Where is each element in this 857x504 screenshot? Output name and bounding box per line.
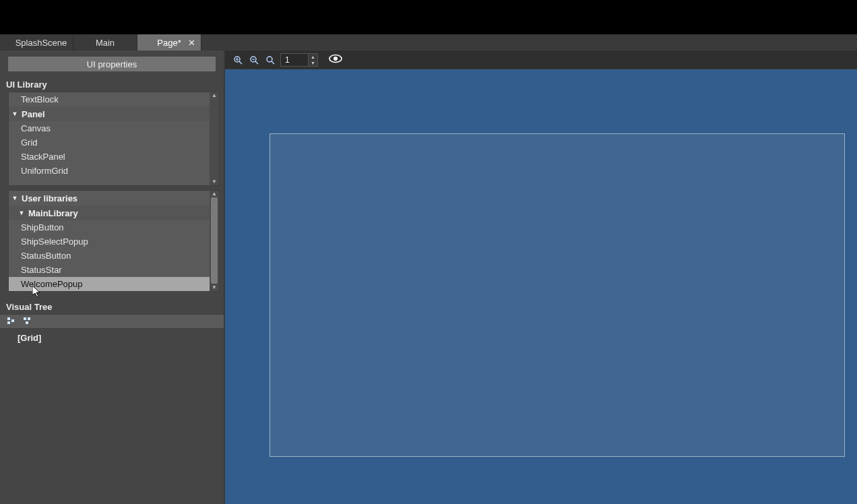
scroll-up-icon[interactable]: ▲ [210,191,219,197]
artboard-grid[interactable] [269,133,845,457]
zoom-in-icon[interactable] [232,54,244,66]
list-item[interactable]: TextBlock [9,92,210,106]
window-chrome-spacer [0,0,857,34]
group-main-library[interactable]: ▼ MainLibrary [9,206,210,220]
scroll-down-icon[interactable]: ▼ [210,284,219,291]
zoom-value[interactable]: 1 [281,54,308,66]
ui-properties-button[interactable]: UI properties [8,57,216,71]
chevron-down-icon: ▼ [11,195,18,201]
ui-properties-label: UI properties [87,59,137,69]
list-item[interactable]: ShipButton [9,220,210,234]
tree-collapse-icon[interactable] [7,317,15,326]
svg-rect-2 [11,319,14,322]
svg-line-11 [255,61,258,64]
tree-expand-icon[interactable] [23,317,31,326]
group-label: MainLibrary [28,208,78,218]
zoom-input[interactable]: 1 ▲ ▼ [280,53,318,67]
chevron-down-icon: ▼ [18,210,25,216]
canvas-toolbar: 1 ▲ ▼ [225,51,857,69]
svg-line-14 [272,61,274,64]
visual-tree-title: Visual Tree [0,300,224,314]
list-item[interactable]: UniformGrid [9,164,210,178]
main-body: UI properties UI Library TextBlock ▼ Pan… [0,51,857,504]
group-user-libraries[interactable]: ▼ User libraries [9,191,210,206]
ui-library-title: UI Library [0,77,224,92]
side-panel: UI properties UI Library TextBlock ▼ Pan… [0,51,225,504]
svg-rect-1 [7,321,10,324]
svg-point-16 [334,57,338,61]
scroll-up-icon[interactable]: ▲ [210,92,219,99]
visual-tree-toolbar [0,314,224,329]
svg-line-7 [239,61,242,64]
group-panel[interactable]: ▼ Panel [9,106,210,121]
list-item[interactable]: StackPanel [9,150,210,164]
chevron-down-icon: ▼ [11,111,18,117]
svg-rect-4 [28,317,30,320]
tab-splashscene[interactable]: SplashScene [9,34,73,51]
tab-label: Main [96,38,115,48]
list-item-selected[interactable]: WelcomePopup [9,277,210,291]
tab-page[interactable]: Page* ✕ [137,34,201,51]
scrollbar[interactable]: ▲ ▼ [210,92,219,185]
scroll-down-icon[interactable]: ▼ [210,179,219,185]
spin-down-icon[interactable]: ▼ [308,60,317,66]
svg-point-13 [267,57,272,62]
list-item[interactable]: ShipSelectPopup [9,234,210,249]
tab-label: SplashScene [15,38,67,48]
visibility-toggle-icon[interactable] [329,54,342,65]
design-viewport[interactable] [225,69,857,504]
zoom-out-icon[interactable] [248,54,260,66]
app-root: SplashScene Main Page* ✕ UI properties U… [0,0,857,504]
scroll-thumb[interactable] [211,197,218,284]
tab-main[interactable]: Main [73,34,137,51]
visual-tree-panel: [Grid] [0,314,224,504]
close-icon[interactable]: ✕ [188,38,195,48]
zoom-reset-icon[interactable] [264,54,276,66]
canvas-area: 1 ▲ ▼ [225,51,857,504]
ui-library-list[interactable]: TextBlock ▼ Panel Canvas Grid StackPanel… [8,92,220,186]
user-libraries-list[interactable]: ▼ User libraries ▼ MainLibrary ShipButto… [8,190,220,292]
visual-tree-root-node[interactable]: [Grid] [9,333,214,343]
tab-label: Page* [157,38,181,48]
list-item[interactable]: StatusStar [9,263,210,277]
document-tabstrip: SplashScene Main Page* ✕ [0,34,857,51]
spin-up-icon[interactable]: ▲ [308,54,317,60]
svg-rect-5 [26,321,28,324]
list-item[interactable]: StatusButton [9,249,210,263]
group-label: Panel [22,109,45,119]
svg-rect-3 [24,317,26,320]
scrollbar[interactable]: ▲ ▼ [210,191,219,291]
group-label: User libraries [22,193,77,203]
list-item[interactable]: Canvas [9,121,210,135]
svg-rect-0 [7,317,10,320]
list-item[interactable]: Grid [9,135,210,150]
